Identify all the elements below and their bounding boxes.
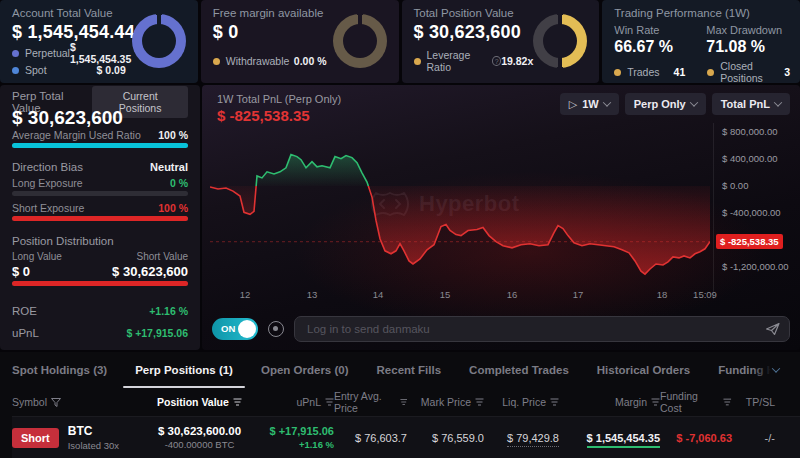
long-exposure-label: Long Exposure [12,177,83,189]
margin-ratio-bar [12,143,188,148]
help-icon[interactable]: ? [492,56,501,66]
upnl-value: $ +17,915.06 [126,327,188,339]
toggle-knob [238,320,256,338]
scope-label: Perp Only [634,98,686,110]
symbol-name: BTC [68,424,119,438]
legend-value: 0.00 % [294,55,327,67]
long-value-label: Long Value [12,251,62,262]
scope-dropdown[interactable]: Perp Only [625,93,706,115]
roe-value: +1.16 % [149,305,188,317]
col-tpsl: TP/SL [732,396,800,408]
y-tick: $ -400,000.00 [722,207,781,218]
tpsl-cell[interactable]: -/- [732,432,800,444]
table-row[interactable]: Short BTC Isolated 30x $ 30,623,600.00 -… [12,416,800,458]
account-donut-chart [132,14,186,68]
chevron-down-icon [774,98,782,106]
max-drawdown-value: 71.08 % [706,38,765,56]
col-margin[interactable]: Margin [559,396,660,408]
legend-leverage: Leverage Ratio ? 19.82x [414,54,534,68]
sort-icon [723,398,732,406]
direction-bias-value: Neutral [150,161,188,173]
tab-spot-holdings[interactable]: Spot Holdings (3) [0,352,119,388]
x-tick: 14 [373,289,384,300]
danmaku-settings-icon[interactable] [268,321,284,337]
position-distribution-bar [12,281,188,286]
x-tick: 15 [440,289,451,300]
margin-ratio-value: 100 % [158,129,188,141]
col-symbol[interactable]: Symbol [12,396,142,408]
legend-label: Withdrawable [226,55,290,67]
danmaku-toggle[interactable]: ON [212,318,258,340]
x-tick: 12 [240,289,251,300]
short-exposure-value: 100 % [158,202,188,214]
pnl-chart-value: $ -825,538.35 [217,107,310,124]
send-icon[interactable] [764,321,781,337]
short-exposure-label: Short Exposure [12,202,84,214]
y-axis-line [713,123,714,299]
legend-withdrawable: Withdrawable 0.00 % [213,54,327,68]
legend-label: Leverage Ratio [427,49,489,73]
card-value: $ 0 [213,22,239,43]
x-tick: 18 [657,289,668,300]
col-mark-price[interactable]: Mark Price [407,396,484,408]
chevron-down-icon [602,98,610,106]
stat-cards: Account Total Value $ 1,545,454.44 Perpe… [0,0,800,83]
card-value: $ 1,545,454.44 [12,22,135,43]
margin-cell: $ 1,545,454.35 [559,432,660,444]
tab-open-orders[interactable]: Open Orders (0) [249,352,361,388]
y-tick: $ -1,200,000.00 [722,261,789,272]
direction-bias-label: Direction Bias [12,161,83,173]
tab-completed-trades[interactable]: Completed Trades [457,352,581,388]
tabs-expand-button[interactable] [752,352,800,388]
toggle-on-label: ON [221,323,235,334]
sort-icon [400,398,407,406]
trades-dot-icon [614,69,621,76]
metric-dropdown[interactable]: Total PnL [712,93,790,115]
col-upnl[interactable]: uPnL [257,396,334,408]
card-title: Total Position Value [414,7,514,19]
pnl-chart-panel: 1W Total PnL (Perp Only) $ -825,538.35 ▷… [202,85,800,350]
mark-price-cell: $ 76,559.0 [407,432,484,444]
col-entry-price[interactable]: Entry Avg. Price [334,390,407,414]
filter-icon [51,398,61,407]
col-liq-price[interactable]: Liq. Price [484,396,559,408]
y-tick: $ 800,000.00 [722,126,777,137]
funding-cost-cell: $ -7,060.63 [660,432,732,444]
x-tick: 13 [307,289,318,300]
clock-icon: ▷︎ [569,99,577,110]
closed-positions-value: 3 [784,66,790,78]
card-value: $ 30,623,600 [414,22,522,43]
side-badge: Short [12,428,59,448]
col-position-value[interactable]: Position Value [142,396,257,408]
performance-legend: Trades 41 Closed Positions 3 [614,60,790,84]
legend-value: $ 1,545,454.35 [70,41,131,65]
danmaku-bar: ON [212,316,790,342]
sort-icon [550,398,559,406]
position-value-cell: $ 30,623,600.00 -400.00000 BTC [142,425,257,450]
legend-label: Spot [25,64,47,76]
position-distribution-label: Position Distribution [12,235,114,247]
long-value: $ 0 [12,264,30,279]
col-funding-cost[interactable]: Funding Cost [660,390,732,414]
card-title: Trading Performance (1W) [614,7,750,19]
danmaku-input[interactable] [294,316,790,342]
tab-perp-positions[interactable]: Perp Positions (1) [123,352,245,388]
card-title: Account Total Value [12,7,113,19]
pnl-chart-title: 1W Total PnL (Perp Only) [217,93,341,105]
tab-bar: Spot Holdings (3) Perp Positions (1) Ope… [0,352,800,388]
range-label: 1W [582,98,599,110]
entry-price-cell: $ 76,603.7 [334,432,407,444]
margin-mode: Isolated 30x [68,440,119,451]
roe-label: ROE [12,305,37,317]
tab-recent-fills[interactable]: Recent Fills [365,352,454,388]
trading-dashboard: Account Total Value $ 1,545,454.44 Perpe… [0,0,800,458]
tab-historical-orders[interactable]: Historical Orders [585,352,702,388]
x-tick: 17 [573,289,584,300]
x-tick: 15:09 [693,289,717,300]
sort-icon [475,398,484,406]
y-tick: $ 0.00 [722,180,748,191]
card-total-position-value: Total Position Value $ 30,623,600 Levera… [402,0,600,83]
long-exposure-bar [12,191,188,196]
range-dropdown[interactable]: ▷︎ 1W [560,93,619,115]
win-rate-label: Win Rate [614,24,659,36]
